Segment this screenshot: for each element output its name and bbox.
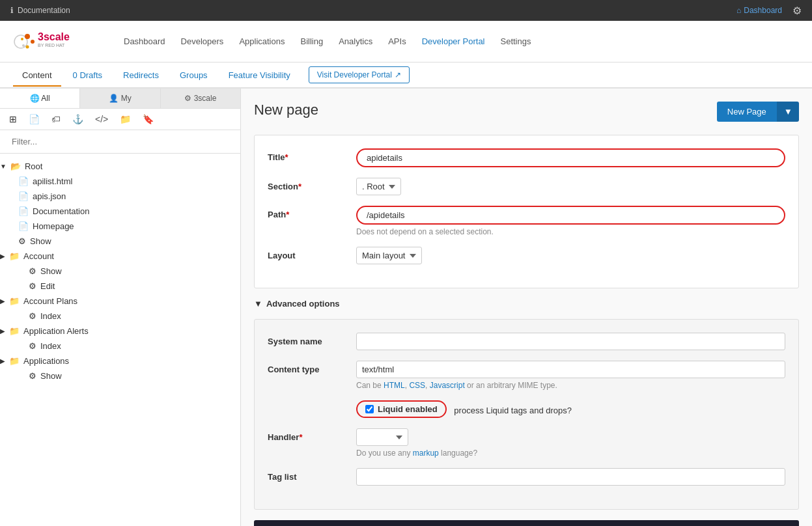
section-label: Section*	[268, 178, 346, 191]
gear-icon-show: ⚙	[18, 236, 26, 246]
subnav-drafts[interactable]: 0 Drafts	[64, 65, 112, 87]
tree-item-applications[interactable]: ▶ 📁 Applications	[0, 353, 240, 368]
subnav-redirects[interactable]: Redirects	[114, 65, 168, 87]
visit-developer-portal-button[interactable]: Visit Developer Portal ↗	[309, 66, 410, 83]
folder-expand-icon-4: ▶	[0, 327, 5, 335]
header: 3scale BY RED HAT Dashboard Developers A…	[0, 21, 812, 62]
layout-label: Layout	[268, 247, 346, 260]
nav-settings[interactable]: Settings	[501, 36, 531, 46]
new-page-button-group: New Page ▼	[717, 102, 799, 122]
nav-applications[interactable]: Applications	[239, 36, 285, 46]
info-icon: ℹ	[10, 6, 14, 15]
section-control: . Root	[356, 178, 785, 195]
bookmark-type-filter-icon[interactable]: 🔖	[140, 113, 156, 126]
main-layout: 🌐 All 👤 My ⚙ 3scale ⊞ 📄 🏷 ⚓ </> 📁 🔖	[0, 89, 812, 526]
new-page-dropdown-button[interactable]: ▼	[777, 102, 799, 122]
page-type-filter-icon[interactable]: 📄	[26, 113, 42, 126]
external-link-icon: ↗	[395, 70, 401, 79]
nav-developer-portal[interactable]: Developer Portal	[422, 36, 485, 46]
markup-link[interactable]: markup	[413, 449, 439, 458]
sidebar-tree: ▼ 📂 Root 📄 apilist.html 📄 apis.json 📄 Do…	[0, 154, 240, 526]
advanced-options-content: System name Content type Can be HTML, CS…	[254, 319, 799, 510]
tree-item-applications-show[interactable]: ⚙ Show	[0, 368, 240, 383]
tree-item-app-alerts[interactable]: ▶ 📁 Application Alerts	[0, 324, 240, 339]
tree-item-account-plans-index[interactable]: ⚙ Index	[0, 309, 240, 324]
path-input[interactable]	[356, 206, 785, 225]
sidebar-tab-3scale[interactable]: ⚙ 3scale	[161, 89, 240, 108]
title-control	[356, 148, 785, 167]
liquid-enabled-checkbox[interactable]	[365, 405, 374, 413]
subnav-groups[interactable]: Groups	[171, 65, 217, 87]
folder-expand-icon: ▼	[0, 163, 7, 170]
tree-item-apilist[interactable]: 📄 apilist.html	[0, 174, 240, 189]
html-link[interactable]: HTML	[384, 381, 405, 390]
svg-text:BY RED HAT: BY RED HAT	[38, 43, 65, 48]
nav-developers[interactable]: Developers	[181, 36, 224, 46]
liquid-hint: process Liquid tags and drops?	[454, 406, 572, 415]
folder-type-filter-icon[interactable]: 📁	[117, 113, 133, 126]
subnav-content[interactable]: Content	[13, 65, 61, 87]
liquid-row: Liquid enabled process Liquid tags and d…	[268, 400, 785, 418]
title-input[interactable]	[356, 148, 785, 167]
title-label: Title*	[268, 148, 346, 162]
tree-item-account[interactable]: ▶ 📁 Account	[0, 249, 240, 264]
tree-item-show-root[interactable]: ⚙ Show	[0, 234, 240, 249]
code-type-filter-icon[interactable]: </>	[92, 113, 111, 126]
js-link[interactable]: Javascript	[430, 381, 465, 390]
top-bar-title: Documentation	[18, 6, 70, 15]
layout-select[interactable]: Main layout	[356, 247, 422, 264]
handler-control: Do you use any markup language?	[356, 428, 785, 458]
system-name-input[interactable]	[356, 333, 785, 350]
sub-nav: Content 0 Drafts Redirects Groups Featur…	[0, 62, 812, 89]
layout-row: Layout Main layout	[268, 247, 785, 264]
tree-item-account-show[interactable]: ⚙ Show	[0, 264, 240, 279]
content-type-input[interactable]	[356, 361, 785, 378]
link-type-filter-icon[interactable]: ⚓	[70, 113, 86, 126]
content-type-row: Content type Can be HTML, CSS, Javascrip…	[268, 361, 785, 390]
system-name-control	[356, 333, 785, 350]
tree-item-root[interactable]: ▼ 📂 Root	[0, 159, 240, 174]
tag-type-filter-icon[interactable]: 🏷	[49, 113, 63, 126]
tree-item-app-alerts-index[interactable]: ⚙ Index	[0, 339, 240, 353]
all-type-filter-icon[interactable]: ⊞	[7, 113, 20, 126]
tree-item-homepage[interactable]: 📄 Homepage	[0, 219, 240, 234]
dashboard-label: Dashboard	[744, 6, 782, 15]
dashboard-link[interactable]: ⌂ Dashboard	[736, 6, 782, 15]
sidebar-tabs: 🌐 All 👤 My ⚙ 3scale	[0, 89, 240, 109]
filter-input[interactable]	[7, 134, 234, 149]
tag-list-label: Tag list	[268, 468, 346, 482]
settings-gear-icon[interactable]: ⚙	[792, 5, 802, 17]
section-select[interactable]: . Root	[356, 178, 401, 195]
toggle-arrow-icon: ▼	[254, 299, 262, 309]
path-required: *	[286, 210, 289, 219]
subnav-feature-visibility[interactable]: Feature Visibility	[219, 65, 300, 87]
new-page-button[interactable]: New Page	[717, 102, 777, 122]
home-icon: ⌂	[736, 6, 741, 15]
nav-dashboard[interactable]: Dashboard	[124, 36, 165, 46]
nav-billing[interactable]: Billing	[300, 36, 323, 46]
liquid-enabled-label: Liquid enabled	[378, 404, 438, 414]
folder-icon: 📂	[10, 161, 21, 171]
tree-item-account-edit[interactable]: ⚙ Edit	[0, 279, 240, 294]
sidebar-filter	[0, 130, 240, 154]
gear-icon-apps-show: ⚙	[29, 371, 36, 381]
sidebar-tab-all[interactable]: 🌐 All	[0, 89, 80, 108]
logo-svg: 3scale BY RED HAT	[13, 27, 98, 56]
layout-control: Main layout	[356, 247, 785, 264]
tag-list-row: Tag list	[268, 468, 785, 486]
nav-apis[interactable]: APIs	[388, 36, 406, 46]
tree-item-documentation[interactable]: 📄 Documentation	[0, 204, 240, 219]
title-row: Title*	[268, 148, 785, 167]
handler-select[interactable]	[356, 428, 408, 446]
css-link[interactable]: CSS	[409, 381, 425, 390]
tree-item-account-plans[interactable]: ▶ 📁 Account Plans	[0, 294, 240, 309]
user-icon: 👤	[109, 94, 119, 103]
tag-list-input[interactable]	[356, 468, 785, 486]
path-row: Path* Does not depend on a selected sect…	[268, 206, 785, 236]
nav-analytics[interactable]: Analytics	[339, 36, 372, 46]
sidebar-tab-my[interactable]: 👤 My	[80, 89, 160, 108]
globe-icon: 🌐	[30, 94, 40, 103]
folder-expand-icon-5: ▶	[0, 357, 5, 365]
advanced-options-toggle[interactable]: ▼ Advanced options	[254, 299, 799, 309]
tree-item-apis-json[interactable]: 📄 apis.json	[0, 189, 240, 204]
